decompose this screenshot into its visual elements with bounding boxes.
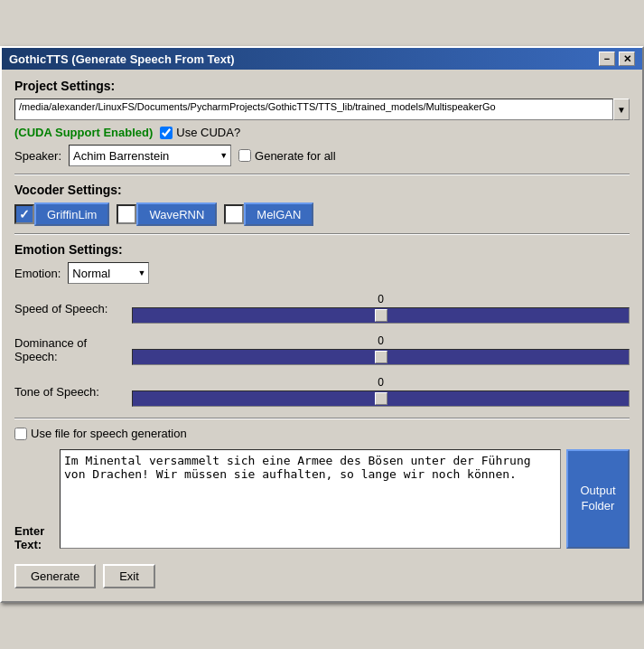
melgan-group[interactable]: MelGAN bbox=[224, 202, 313, 226]
content-area: Project Settings: /media/alexander/Linux… bbox=[2, 70, 642, 601]
wavernn-checkbox[interactable] bbox=[117, 204, 136, 224]
melgan-button[interactable]: MelGAN bbox=[244, 202, 313, 226]
emotion-label: Emotion: bbox=[14, 267, 61, 280]
dominance-slider-thumb[interactable] bbox=[375, 351, 387, 363]
griffinlim-checkbox[interactable]: ✓ bbox=[14, 204, 34, 224]
output-folder-button[interactable]: OutputFolder bbox=[566, 449, 630, 549]
file-speech-label[interactable]: Use file for speech generation bbox=[14, 427, 187, 440]
speed-label: Speed of Speech: bbox=[14, 302, 132, 315]
project-settings-title: Project Settings: bbox=[14, 79, 630, 93]
separator-1 bbox=[14, 174, 630, 175]
path-dropdown-button[interactable]: ▼ bbox=[613, 99, 630, 120]
enter-text-label: Enter Text: bbox=[14, 449, 60, 551]
title-bar-buttons: − ✕ bbox=[599, 52, 635, 66]
model-path-input[interactable]: /media/alexander/LinuxFS/Documents/Pycha… bbox=[14, 99, 613, 120]
tone-slider-thumb[interactable] bbox=[375, 392, 387, 405]
path-row: /media/alexander/LinuxFS/Documents/Pycha… bbox=[14, 99, 630, 120]
vocoder-buttons: ✓ GriffinLim WaveRNN MelGAN bbox=[14, 202, 630, 226]
speaker-row: Speaker: Achim Barrenstein Generate for … bbox=[14, 145, 630, 166]
dominance-value: 0 bbox=[378, 334, 384, 347]
tone-label: Tone of Speech: bbox=[14, 385, 132, 399]
emotion-row: Emotion: Normal Happy Sad Angry Fearful bbox=[14, 262, 630, 284]
generate-for-all-label[interactable]: Generate for all bbox=[238, 149, 336, 163]
speaker-label: Speaker: bbox=[14, 149, 61, 163]
speaker-select[interactable]: Achim Barrenstein bbox=[69, 145, 231, 166]
close-button[interactable]: ✕ bbox=[619, 52, 635, 66]
window-title: GothicTTS (Generate Speech From Text) bbox=[9, 52, 235, 66]
vocoder-settings-title: Vocoder Settings: bbox=[14, 183, 630, 197]
exit-button[interactable]: Exit bbox=[103, 564, 155, 588]
separator-2 bbox=[14, 233, 630, 235]
emotion-section: Emotion Settings: Emotion: Normal Happy … bbox=[14, 242, 630, 407]
tone-slider-track[interactable] bbox=[132, 390, 630, 407]
melgan-checkbox[interactable] bbox=[224, 204, 244, 224]
text-area-container: Im Minental versammelt sich eine Armee d… bbox=[60, 449, 561, 551]
tone-value: 0 bbox=[378, 376, 384, 389]
griffinlim-button[interactable]: GriffinLim bbox=[34, 202, 109, 226]
speed-slider-thumb[interactable] bbox=[375, 309, 387, 322]
speed-value: 0 bbox=[378, 293, 384, 306]
emotion-select[interactable]: Normal Happy Sad Angry Fearful bbox=[68, 262, 149, 284]
griffinlim-group[interactable]: ✓ GriffinLim bbox=[14, 202, 109, 226]
emotion-settings-title: Emotion Settings: bbox=[14, 242, 630, 257]
use-cuda-label[interactable]: Use CUDA? bbox=[160, 126, 240, 139]
generate-button[interactable]: Generate bbox=[14, 564, 96, 588]
cuda-row: (CUDA Support Enabled) Use CUDA? bbox=[14, 126, 630, 139]
tone-slider-container: 0 bbox=[132, 376, 630, 407]
cuda-support-label: (CUDA Support Enabled) bbox=[14, 126, 153, 139]
vocoder-section: Vocoder Settings: ✓ GriffinLim WaveRNN bbox=[14, 183, 630, 226]
use-cuda-checkbox[interactable] bbox=[160, 127, 173, 139]
wavernn-button[interactable]: WaveRNN bbox=[136, 202, 217, 226]
wavernn-group[interactable]: WaveRNN bbox=[117, 202, 217, 226]
dominance-row: Dominance of Speech: 0 bbox=[14, 334, 630, 365]
speed-slider-track[interactable] bbox=[132, 307, 630, 324]
bottom-section: Enter Text: Im Minental versammelt sich … bbox=[14, 449, 630, 551]
speed-row: Speed of Speech: 0 bbox=[14, 293, 630, 324]
separator-3 bbox=[14, 418, 630, 419]
griffinlim-checkmark: ✓ bbox=[19, 207, 30, 221]
file-speech-row: Use file for speech generation bbox=[14, 427, 630, 440]
speaker-select-wrapper[interactable]: Achim Barrenstein bbox=[69, 145, 231, 166]
file-speech-checkbox[interactable] bbox=[14, 428, 27, 440]
minimize-button[interactable]: − bbox=[599, 52, 615, 66]
main-window: GothicTTS (Generate Speech From Text) − … bbox=[0, 46, 644, 603]
text-input[interactable]: Im Minental versammelt sich eine Armee d… bbox=[60, 449, 561, 549]
footer-buttons: Generate Exit bbox=[14, 559, 630, 592]
generate-for-all-checkbox[interactable] bbox=[238, 149, 251, 162]
dominance-slider-track[interactable] bbox=[132, 349, 630, 365]
dominance-slider-container: 0 bbox=[132, 334, 630, 365]
dominance-label: Dominance of Speech: bbox=[14, 336, 132, 363]
speed-slider-container: 0 bbox=[132, 293, 630, 324]
title-bar: GothicTTS (Generate Speech From Text) − … bbox=[2, 48, 642, 70]
emotion-select-wrapper[interactable]: Normal Happy Sad Angry Fearful bbox=[68, 262, 149, 284]
tone-row: Tone of Speech: 0 bbox=[14, 376, 630, 407]
